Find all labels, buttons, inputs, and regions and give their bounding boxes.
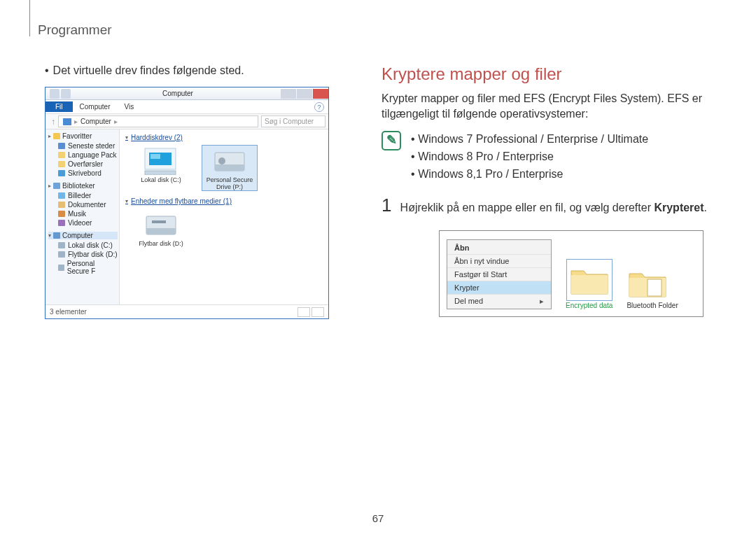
status-bar: 3 elementer xyxy=(46,304,328,318)
folder-icon xyxy=(568,264,610,297)
intro-text: Krypter mapper og filer med EFS (Encrypt… xyxy=(382,91,721,121)
svg-rect-5 xyxy=(215,164,244,171)
group-removable[interactable]: ▾Enheder med flytbare medier (1) xyxy=(125,197,323,205)
window-title: Computer xyxy=(75,90,281,97)
drive-removable-d[interactable]: Flytbar disk (D:) xyxy=(134,209,188,247)
sidebar-item[interactable]: Musik xyxy=(48,209,118,218)
svg-rect-3 xyxy=(145,171,176,175)
sidebar-item[interactable]: Dokumenter xyxy=(48,200,118,209)
sidebar-item[interactable]: Language Pack xyxy=(48,150,118,160)
os-list: Windows 7 Professional / Enterprise / Ul… xyxy=(411,131,648,183)
sidebar-favorites[interactable]: ▸Favoritter xyxy=(48,132,118,140)
breadcrumb-text: Computer xyxy=(80,118,111,125)
note-icon: ✎ xyxy=(382,131,401,150)
drive-icon xyxy=(144,147,178,175)
header-divider xyxy=(29,0,30,36)
explorer-window: Computer Fil Computer Vis ? ↑ ▸ Computer xyxy=(45,87,329,319)
sidebar-item[interactable]: Seneste steder xyxy=(48,141,118,150)
sidebar-item[interactable]: Billeder xyxy=(48,191,118,200)
sidebar-item[interactable]: Personal Secure F xyxy=(48,259,118,276)
sidebar-item[interactable]: Lokal disk (C:) xyxy=(48,241,118,250)
encrypted-folder[interactable]: Encrypted data xyxy=(566,260,612,309)
minimize-button[interactable] xyxy=(281,89,296,99)
ribbon-view-tab[interactable]: Vis xyxy=(117,103,141,111)
svg-rect-10 xyxy=(648,279,662,296)
step-1-text: Højreklik på en mappe eller en fil, og v… xyxy=(400,202,707,214)
svg-point-6 xyxy=(218,157,225,164)
nav-forward-icon[interactable] xyxy=(61,89,71,99)
bluetooth-folder[interactable]: Bluetooth Folder xyxy=(626,267,678,309)
ribbon-computer-tab[interactable]: Computer xyxy=(73,103,118,111)
context-menu: Åbn Åbn i nyt vindue Fastgør til Start K… xyxy=(447,239,552,309)
sidebar-item[interactable]: Overførsler xyxy=(48,160,118,169)
view-details-icon[interactable] xyxy=(298,307,310,317)
ctx-pin[interactable]: Fastgør til Start xyxy=(447,267,551,281)
nav-back-icon[interactable] xyxy=(50,89,59,99)
drive-local-c[interactable]: Lokal disk (C:) xyxy=(134,146,188,190)
svg-rect-2 xyxy=(150,154,160,159)
maximize-button[interactable] xyxy=(297,89,312,99)
virtual-drive-text: •Det virtuelle drev findes følgende sted… xyxy=(45,64,360,77)
sidebar-item[interactable]: Skrivebord xyxy=(48,169,118,178)
group-hdd[interactable]: ▾Harddiskdrev (2) xyxy=(125,134,323,141)
computer-icon xyxy=(63,118,71,125)
page-header: Programmer xyxy=(38,22,721,38)
svg-rect-8 xyxy=(146,228,176,234)
drive-icon xyxy=(144,211,178,239)
folder-icon xyxy=(626,267,668,300)
drive-personal-secure[interactable]: Personal Secure Drive (P:) xyxy=(202,146,257,190)
ctx-share[interactable]: Del med xyxy=(447,294,551,307)
drive-icon xyxy=(212,147,247,175)
sidebar: ▸Favoritter Seneste steder Language Pack… xyxy=(46,129,120,304)
page-number: 67 xyxy=(372,512,384,524)
content-pane: ▾Harddiskdrev (2) Lokal disk (C:) xyxy=(120,129,328,304)
file-tab[interactable]: Fil xyxy=(46,101,73,112)
sidebar-computer[interactable]: ▾Computer xyxy=(48,232,118,239)
section-title: Kryptere mapper og filer xyxy=(382,64,721,84)
ctx-encrypt[interactable]: Krypter xyxy=(447,281,551,294)
breadcrumb[interactable]: ▸ Computer ▸ xyxy=(58,115,258,127)
search-input[interactable]: Søg i Computer xyxy=(261,115,326,127)
svg-rect-9 xyxy=(152,220,166,223)
help-icon[interactable]: ? xyxy=(314,102,324,112)
view-large-icon[interactable] xyxy=(312,307,324,317)
up-icon[interactable]: ↑ xyxy=(48,117,58,127)
context-menu-screenshot: Åbn Åbn i nyt vindue Fastgør til Start K… xyxy=(439,230,704,317)
ctx-open-new[interactable]: Åbn i nyt vindue xyxy=(447,254,551,267)
step-number-1: 1 xyxy=(382,195,391,216)
sidebar-item[interactable]: Videoer xyxy=(48,218,118,227)
sidebar-libraries[interactable]: ▸Biblioteker xyxy=(48,182,118,190)
sidebar-item[interactable]: Flytbar disk (D:) xyxy=(48,250,118,259)
ctx-open[interactable]: Åbn xyxy=(447,241,551,254)
close-button[interactable] xyxy=(313,89,328,99)
